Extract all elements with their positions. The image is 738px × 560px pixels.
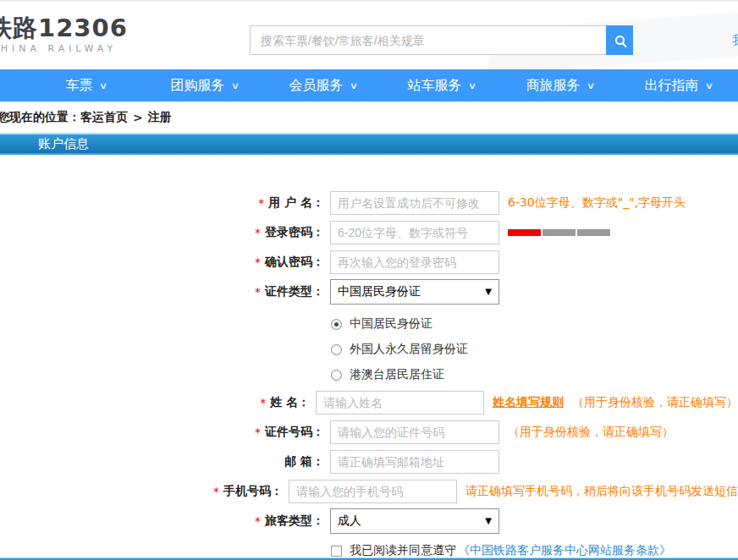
nav-item-label: 站车服务 <box>407 77 461 95</box>
logo: 铁路12306 CHINA RAILWAY <box>0 14 128 54</box>
required-marker: * <box>255 425 261 439</box>
breadcrumb-separator: > <box>133 111 143 124</box>
radio-icon[interactable] <box>331 319 342 330</box>
required-marker: * <box>255 285 261 299</box>
dropdown-arrow-icon: ▼ <box>485 287 492 296</box>
nav-item-label: 团购服务 <box>170 77 224 95</box>
nav-item-business-travel[interactable]: 商旅服务 ∨ <box>501 69 620 102</box>
required-marker: * <box>255 514 261 528</box>
logo-subtitle: CHINA RAILWAY <box>0 43 128 54</box>
main-nav: 车票 ∨ 团购服务 ∨ 会员服务 ∨ 站车服务 ∨ 商旅服务 ∨ 出行指南 ∨ <box>0 69 738 102</box>
id-number-hint: （用于身份核验，请正确填写） <box>508 425 674 440</box>
required-marker: * <box>260 396 266 409</box>
phone-row: * 手机号码： 请正确填写手机号码，稍后将向该手机号码发送短信 <box>0 476 738 506</box>
radio-icon[interactable] <box>331 344 342 355</box>
my12306-link[interactable]: 我 <box>732 33 738 48</box>
nav-item-station-service[interactable]: 站车服务 ∨ <box>383 69 501 102</box>
confirm-password-row: * 确认密码： <box>0 247 738 277</box>
id-number-input[interactable] <box>330 420 499 444</box>
email-input[interactable] <box>330 450 499 474</box>
logo-title: 铁路12306 <box>0 14 128 42</box>
email-row: 邮 箱： <box>0 447 738 476</box>
id-type-radio-group: 中国居民身份证 外国人永久居留身份证 港澳台居民居住证 <box>0 311 738 387</box>
nav-item-member-service[interactable]: 会员服务 ∨ <box>264 69 383 102</box>
dropdown-arrow-icon: ▼ <box>485 516 492 525</box>
required-marker: * <box>255 226 261 239</box>
nav-item-label: 商旅服务 <box>526 77 580 95</box>
passenger-type-label: * 旅客类型： <box>0 513 330 529</box>
password-label: * 登录密码： <box>0 225 330 240</box>
nav-item-group-service[interactable]: 团购服务 ∨ <box>146 69 264 102</box>
name-input[interactable] <box>316 391 484 415</box>
passenger-type-select[interactable]: 成人 ▼ <box>330 508 499 534</box>
id-type-label: * 证件类型： <box>0 284 330 299</box>
breadcrumb-prefix: 您现在的位置： <box>0 110 80 125</box>
nav-item-travel-guide[interactable]: 出行指南 ∨ <box>620 69 738 102</box>
strength-segment <box>508 229 541 236</box>
nav-item-label: 出行指南 <box>644 77 698 95</box>
username-hint: 6-30位字母、数字或"_",字母开头 <box>508 195 686 211</box>
search-input[interactable] <box>250 25 606 55</box>
account-info-section-header: 账户信息 <box>0 133 738 155</box>
phone-hint: 请正确填写手机号码，稍后将向该手机号码发送短信 <box>465 484 738 499</box>
search-button[interactable] <box>606 25 633 55</box>
search-bar <box>250 25 633 55</box>
name-label: * 姓 名： <box>0 395 316 410</box>
id-type-row: * 证件类型： 中国居民身份证 ▼ <box>0 277 738 306</box>
username-label: * 用 户 名： <box>0 195 330 211</box>
password-input[interactable] <box>330 221 499 244</box>
required-marker: * <box>255 255 261 269</box>
id-number-row: * 证件号码： （用于身份核验，请正确填写） <box>0 417 738 447</box>
radio-icon[interactable] <box>331 370 342 381</box>
radio-label: 中国居民身份证 <box>350 316 432 332</box>
email-label: 邮 箱： <box>0 454 330 469</box>
nav-item-label: 车票 <box>65 77 92 95</box>
chevron-down-icon: ∨ <box>587 80 595 91</box>
registration-form: * 用 户 名： 6-30位字母、数字或"_",字母开头 * 登录密码： * 确… <box>0 188 738 558</box>
terms-text: 我已阅读并同意遵守 <box>350 543 456 558</box>
section-title: 账户信息 <box>38 136 89 152</box>
chevron-down-icon: ∨ <box>231 80 240 91</box>
name-rule-link[interactable]: 姓名填写规则 <box>493 395 564 410</box>
id-type-selected-value: 中国居民身份证 <box>338 284 421 299</box>
phone-input[interactable] <box>289 480 457 503</box>
chevron-down-icon: ∨ <box>350 80 358 91</box>
terms-link[interactable]: 《中国铁路客户服务中心网站服务条款》 <box>458 543 671 558</box>
radio-option-hk-macau-taiwan-resident[interactable]: 港澳台居民居住证 <box>331 362 738 387</box>
chevron-down-icon: ∨ <box>99 80 107 91</box>
search-icon <box>615 36 625 45</box>
breadcrumb-current: 注册 <box>148 110 172 125</box>
passenger-type-selected-value: 成人 <box>338 513 361 529</box>
breadcrumb-home-link[interactable]: 客运首页 <box>80 110 128 125</box>
password-row: * 登录密码： <box>0 217 738 247</box>
passenger-type-row: * 旅客类型： 成人 ▼ <box>0 506 738 535</box>
strength-segment <box>577 229 610 236</box>
phone-label: * 手机号码： <box>0 484 289 499</box>
username-row: * 用 户 名： 6-30位字母、数字或"_",字母开头 <box>0 188 738 217</box>
radio-label: 港澳台居民居住证 <box>350 367 444 382</box>
breadcrumb: 您现在的位置： 客运首页 > 注册 <box>0 102 738 133</box>
radio-label: 外国人永久居留身份证 <box>350 342 468 357</box>
required-marker: * <box>258 196 264 210</box>
strength-segment <box>542 229 576 236</box>
nav-item-label: 会员服务 <box>289 77 343 95</box>
id-number-label: * 证件号码： <box>0 425 330 440</box>
id-type-select[interactable]: 中国居民身份证 ▼ <box>330 279 499 305</box>
chevron-down-icon: ∨ <box>705 80 713 91</box>
radio-option-china-id[interactable]: 中国居民身份证 <box>331 311 738 337</box>
radio-option-foreign-permanent-resident[interactable]: 外国人永久居留身份证 <box>331 337 738 362</box>
nav-item-tickets[interactable]: 车票 ∨ <box>27 69 146 102</box>
terms-agreement-row: 我已阅读并同意遵守 《中国铁路客户服务中心网站服务条款》 <box>331 543 738 558</box>
username-input[interactable] <box>330 191 499 215</box>
name-row: * 姓 名： 姓名填写规则 （用于身份核验，请正确填写） <box>0 387 738 417</box>
confirm-password-label: * 确认密码： <box>0 255 330 270</box>
terms-checkbox[interactable] <box>331 546 342 557</box>
required-marker: * <box>213 485 219 498</box>
name-hint: （用于身份核验，请正确填写） <box>572 395 738 410</box>
chevron-down-icon: ∨ <box>468 80 476 91</box>
password-strength-meter <box>508 229 610 236</box>
confirm-password-input[interactable] <box>330 250 499 274</box>
site-header: 铁路12306 CHINA RAILWAY 我 <box>0 2 738 69</box>
